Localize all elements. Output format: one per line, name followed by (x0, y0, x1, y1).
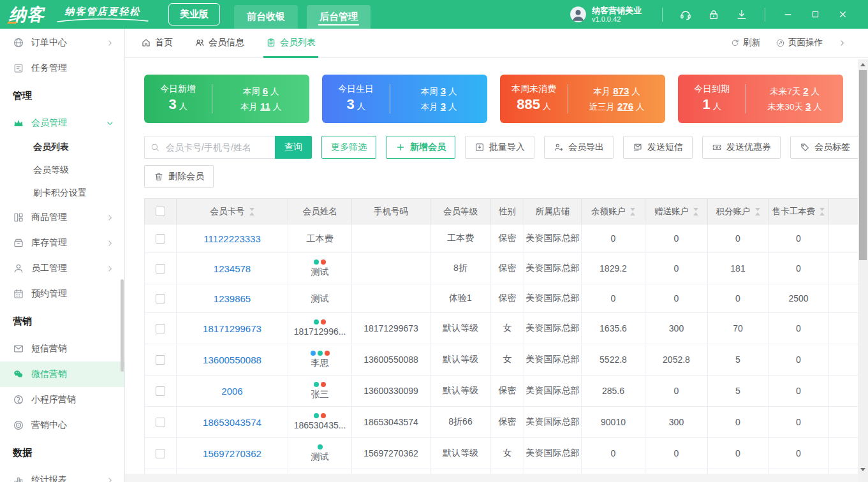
close-button[interactable] (838, 10, 848, 19)
sort-arrows-icon[interactable] (630, 208, 635, 215)
column-header-10[interactable]: 售卡工本费 (769, 199, 829, 224)
sidebar-item-13[interactable]: 微信营销 (0, 362, 124, 387)
row-checkbox[interactable] (156, 449, 165, 458)
refresh-button[interactable]: 刷新 (730, 37, 760, 48)
row-checkbox[interactable] (156, 264, 165, 274)
sort-desc-icon[interactable] (755, 208, 760, 211)
sort-desc-icon[interactable] (630, 208, 635, 211)
topbar-tab-backoffice[interactable]: 后台管理 (307, 5, 371, 29)
sort-asc-icon[interactable] (820, 212, 825, 215)
sidebar-item-8[interactable]: 库存管理 (0, 230, 124, 256)
sort-arrows-icon[interactable] (755, 208, 760, 215)
chevron-right-icon[interactable] (838, 39, 846, 47)
sidebar-item-label: 库存管理 (31, 237, 67, 249)
horizontal-scrollbar[interactable] (125, 474, 858, 482)
sidebar-item-14[interactable]: 小程序营销 (0, 387, 124, 413)
sidebar-item-3[interactable]: 会员管理 (0, 110, 124, 136)
sidebar-item-17[interactable]: 统计报表 (0, 467, 124, 482)
scrollbar-up-arrow[interactable] (858, 59, 868, 69)
home-icon (141, 38, 151, 48)
column-header-1[interactable]: 会员卡号 (177, 199, 288, 224)
select-all-checkbox[interactable] (156, 207, 165, 216)
delete-member-button[interactable]: 删除会员 (144, 165, 214, 188)
sidebar-item-15[interactable]: 营销中心 (0, 413, 124, 438)
toolbar-button-0[interactable]: 更多筛选 (321, 136, 376, 159)
edition-button[interactable]: 美业版 (168, 3, 220, 26)
tag-dot-blue (311, 351, 316, 356)
sidebar-item-0[interactable]: 订单中心 (0, 30, 124, 55)
spacer-cell (829, 284, 859, 313)
members-icon (195, 38, 205, 48)
vertical-scrollbar-thumb[interactable] (859, 70, 867, 260)
sidebar-item-1[interactable]: 任务管理 (0, 55, 124, 81)
column-header-0[interactable] (145, 199, 177, 224)
sort-arrows-icon[interactable] (249, 208, 254, 215)
sidebar-item-6[interactable]: 刷卡积分设置 (0, 182, 124, 205)
sidebar-item-7[interactable]: 商品管理 (0, 205, 124, 230)
sort-desc-icon[interactable] (820, 208, 825, 211)
member-card-link[interactable]: 2006 (221, 386, 242, 397)
member-card-link[interactable]: 1239865 (214, 293, 251, 304)
member-card-link[interactable]: 18171299673 (203, 323, 261, 334)
row-checkbox[interactable] (156, 355, 165, 365)
user-block[interactable]: 纳客营销美业 v1.0.0.42 (570, 6, 642, 24)
sort-arrows-icon[interactable] (693, 208, 698, 215)
sort-desc-icon[interactable] (693, 208, 698, 211)
table-row: 18171299673181712996...18171299673默认等级女美… (145, 313, 859, 344)
member-card-link[interactable]: 1234578 (214, 263, 251, 274)
tab-home[interactable]: 首页 (141, 29, 173, 57)
lock-icon[interactable] (707, 8, 720, 21)
minimize-button[interactable] (783, 10, 793, 19)
tab-member-list[interactable]: 会员列表 (266, 29, 316, 57)
gender-cell: 保密 (491, 284, 524, 313)
search-input[interactable] (144, 136, 275, 159)
table-row: 1234578测试8折保密美资国际总部1829.201810 (145, 253, 859, 284)
column-header-9[interactable]: 积分账户 (708, 199, 769, 224)
customer-service-icon[interactable] (679, 8, 692, 21)
row-checkbox[interactable] (156, 234, 165, 244)
sort-asc-icon[interactable] (630, 212, 635, 215)
row-checkbox-cell (145, 407, 177, 438)
tag-dot-red (321, 413, 326, 418)
sort-desc-icon[interactable] (249, 208, 254, 211)
stat-card-0: 今日新增3人本周6人本月11人 (144, 75, 309, 123)
sort-asc-icon[interactable] (249, 212, 254, 215)
row-checkbox[interactable] (156, 324, 165, 333)
column-header-label: 积分账户 (716, 206, 760, 217)
member-name: 测试 (288, 259, 351, 277)
sidebar-item-10[interactable]: 预约管理 (0, 281, 124, 307)
sidebar-item-4[interactable]: 会员列表 (0, 136, 124, 159)
scrollbar-down-arrow[interactable] (858, 464, 868, 474)
member-card-link[interactable]: 15697270362 (203, 448, 261, 459)
row-checkbox[interactable] (156, 386, 165, 396)
member-card-link[interactable]: 18653043574 (203, 417, 261, 428)
card_fee-cell: 2500 (769, 284, 829, 313)
sidebar-item-5[interactable]: 会员等级 (0, 159, 124, 182)
sort-arrows-icon[interactable] (820, 208, 825, 215)
download-icon[interactable] (735, 8, 748, 21)
tab-member-info[interactable]: 会员信息 (195, 29, 244, 57)
toolbar-button-5[interactable]: 发送优惠券 (702, 136, 781, 159)
column-header-7[interactable]: 余额账户 (582, 199, 645, 224)
sort-asc-icon[interactable] (693, 212, 698, 215)
toolbar-button-4[interactable]: 发送短信 (623, 136, 693, 159)
row-checkbox[interactable] (156, 418, 165, 427)
sidebar-item-9[interactable]: 员工管理 (0, 256, 124, 281)
toolbar-button-3[interactable]: 会员导出 (544, 136, 614, 159)
maximize-button[interactable] (811, 10, 820, 19)
column-header-8[interactable]: 赠送账户 (645, 199, 708, 224)
member-card-link[interactable]: 13600550088 (203, 354, 261, 365)
page-actions-button[interactable]: 页面操作 (776, 37, 823, 48)
sidebar-scrollbar-thumb[interactable] (121, 279, 124, 372)
sort-asc-icon[interactable] (755, 212, 760, 215)
stat-card-details: 未来7天2人未来30天3人 (746, 85, 843, 113)
sidebar-item-12[interactable]: 短信营销 (0, 336, 124, 362)
toolbar-button-6[interactable]: 会员标签 (790, 136, 860, 159)
toolbar-button-2[interactable]: 批量导入 (465, 136, 534, 159)
member-card-link[interactable]: 11122223333 (203, 233, 261, 244)
toolbar-button-1[interactable]: 新增会员 (386, 136, 455, 159)
row-checkbox[interactable] (156, 294, 165, 303)
topbar-tab-cashier[interactable]: 前台收银 (234, 5, 298, 29)
points-cell: 0 (708, 284, 769, 313)
search-button[interactable]: 查询 (275, 136, 312, 159)
